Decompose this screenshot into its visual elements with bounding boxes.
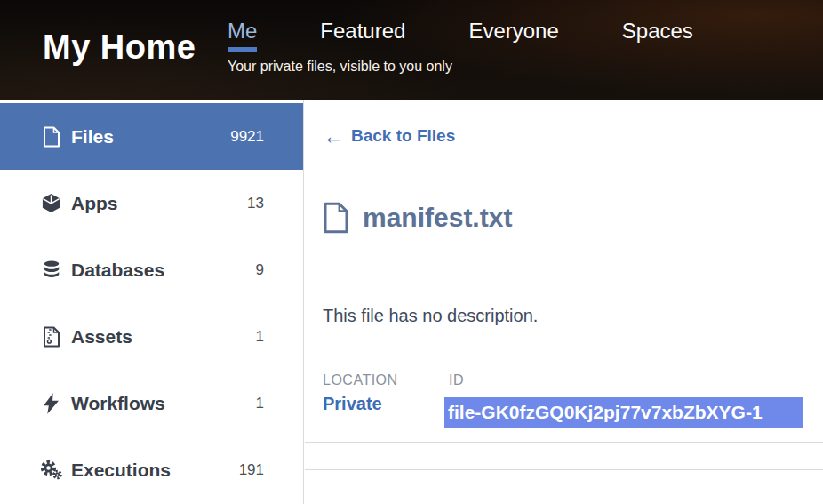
- tab-everyone[interactable]: Everyone: [468, 19, 558, 52]
- sidebar-item-count: 191: [239, 461, 264, 479]
- sidebar-item-label: Executions: [71, 460, 171, 481]
- sidebar-item-executions[interactable]: Executions 191: [0, 436, 303, 503]
- sidebar: Files 9921 Apps 13 Databases 9 Assets 1 …: [0, 100, 304, 504]
- sidebar-item-label: Databases: [71, 260, 164, 281]
- sidebar-item-assets[interactable]: Assets 1: [0, 303, 303, 370]
- sidebar-item-files[interactable]: Files 9921: [0, 103, 303, 170]
- sidebar-item-label: Assets: [71, 326, 132, 348]
- tab-featured[interactable]: Featured: [320, 19, 405, 52]
- top-header: My Home Me Featured Everyone Spaces Your…: [0, 0, 823, 100]
- sidebar-item-workflows[interactable]: Workflows 1: [0, 370, 303, 436]
- database-icon: [40, 260, 62, 280]
- tab-subtitle: Your private files, visible to you only: [228, 59, 452, 75]
- file-id-selected-text[interactable]: file-GK0fzGQ0Kj2pj77v7xbZbXYG-1: [444, 397, 803, 428]
- main-content: ← Back to Files manifest.txt This file h…: [305, 100, 823, 504]
- sidebar-item-count: 1: [256, 328, 264, 346]
- back-arrow-icon: ←: [323, 127, 345, 145]
- id-label: ID: [449, 372, 464, 388]
- file-icon: [323, 201, 349, 235]
- back-to-files-link[interactable]: ← Back to Files: [323, 126, 455, 146]
- tab-spaces[interactable]: Spaces: [622, 19, 693, 52]
- sidebar-item-count: 9921: [230, 128, 264, 146]
- gears-icon: [40, 460, 62, 480]
- location-label: LOCATION: [323, 372, 398, 388]
- back-link-label: Back to Files: [351, 126, 455, 146]
- file-title: manifest.txt: [363, 203, 512, 233]
- header-tabs: Me Featured Everyone Spaces: [228, 19, 693, 52]
- divider: [305, 442, 823, 443]
- sidebar-item-databases[interactable]: Databases 9: [0, 236, 303, 303]
- location-value-link[interactable]: Private: [323, 394, 382, 414]
- divider: [305, 469, 823, 470]
- divider: [305, 356, 823, 356]
- sidebar-item-count: 9: [256, 261, 264, 279]
- page-title: My Home: [43, 28, 196, 67]
- sidebar-item-count: 1: [256, 395, 264, 412]
- sidebar-item-label: Workflows: [71, 393, 165, 414]
- lightning-icon: [40, 393, 62, 414]
- sidebar-item-label: Files: [71, 126, 114, 148]
- archive-file-icon: [40, 326, 62, 348]
- sidebar-item-label: Apps: [71, 193, 118, 214]
- sidebar-item-apps[interactable]: Apps 13: [0, 170, 303, 236]
- file-description: This file has no description.: [323, 306, 538, 326]
- file-title-row: manifest.txt: [323, 199, 512, 236]
- cube-icon: [40, 193, 62, 213]
- file-icon: [40, 126, 62, 148]
- sidebar-item-count: 13: [247, 195, 264, 212]
- tab-me[interactable]: Me: [228, 19, 257, 52]
